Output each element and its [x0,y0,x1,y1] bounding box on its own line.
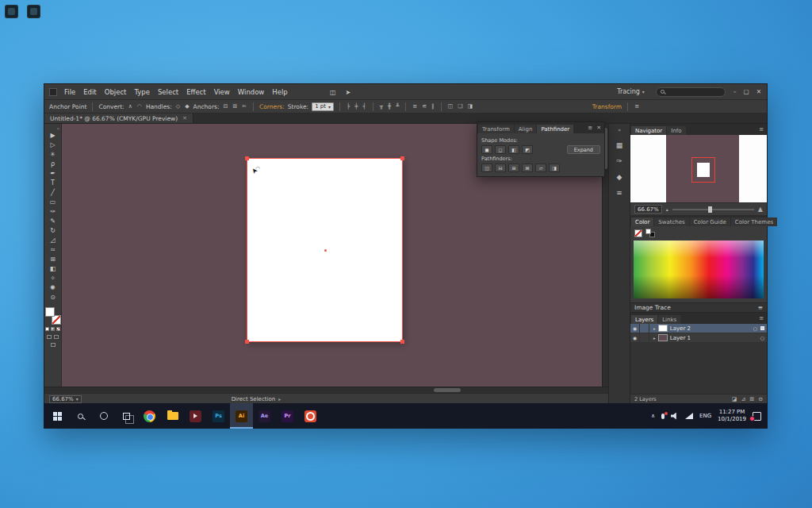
intersect-icon[interactable]: ◧ [508,145,519,154]
taskbar-search-button[interactable] [69,403,92,429]
selection-handle[interactable] [400,156,404,160]
layer-name[interactable]: Layer 1 [670,335,758,341]
cut-path-icon[interactable]: ✂ [241,103,247,110]
close-tab-icon[interactable]: ✕ [182,115,186,121]
align-top-icon[interactable]: ╥ [379,103,384,110]
width-tool[interactable]: ≈ [46,245,60,255]
distribute-left-icon[interactable]: ◫ [447,103,454,110]
app-after-effects[interactable]: Ae [253,403,276,429]
add-anchor-icon[interactable]: ⊞ [232,103,238,110]
gradient-tool[interactable]: ◧ [46,264,60,274]
close-button[interactable]: ✕ [756,88,761,95]
tray-expand-icon[interactable]: ∧ [651,413,655,419]
rotate-tool[interactable]: ↻ [46,226,60,236]
panel-menu-icon[interactable]: ≡ [634,103,640,110]
toolbar-toggle-icon[interactable]: « [56,125,59,131]
unite-icon[interactable]: ◼ [481,145,492,154]
fill-swatch[interactable] [45,307,55,317]
pencil-tool[interactable]: ✎ [46,217,60,226]
divide-icon[interactable]: ◫ [481,164,492,172]
panel-menu-icon[interactable]: ≡ [759,126,764,133]
desktop-icon[interactable] [5,5,18,18]
tab-color-themes[interactable]: Color Themes [731,217,777,226]
menu-view[interactable]: View [210,88,234,96]
visibility-eye-icon[interactable]: ◉ [630,324,640,333]
tab-pathfinder[interactable]: Pathfinder [537,125,573,133]
microphone-icon[interactable] [661,414,665,419]
expand-layer-icon[interactable]: ▸ [653,336,656,341]
network-icon[interactable] [685,413,693,419]
app-file-explorer[interactable] [161,403,184,429]
volume-icon[interactable] [671,413,679,420]
menu-edit[interactable]: Edit [79,88,100,96]
panel-menu-icon[interactable]: ≡ [588,125,592,131]
menu-help[interactable]: Help [268,88,291,96]
brushes-panel-icon[interactable]: ✑ [616,157,622,165]
make-clipping-mask-icon[interactable]: ◪ [732,396,737,402]
tab-navigator[interactable]: Navigator [631,126,666,135]
zoom-tool[interactable]: ⊙ [46,293,60,302]
horizontal-scrollbar[interactable] [44,387,608,393]
maximize-button[interactable]: ▢ [744,88,749,95]
expand-button[interactable]: Expand [567,145,600,154]
scrollbar-thumb[interactable] [434,388,461,392]
trim-icon[interactable]: ⊟ [495,164,506,172]
align-vertical-center-icon[interactable]: ╫ [387,103,392,110]
align-right-icon[interactable]: ╡ [362,103,366,110]
exclude-icon[interactable]: ◩ [522,145,533,154]
hide-handles-icon[interactable]: ◆ [184,103,190,110]
scale-tool[interactable]: ◿ [46,236,60,245]
convert-smooth-icon[interactable]: ◠ [136,103,143,110]
tab-info[interactable]: Info [667,126,685,135]
distribute-top-icon[interactable]: ≡ [412,103,418,110]
type-tool[interactable]: T [46,179,60,188]
search-input[interactable] [656,87,726,97]
tab-color-guide[interactable]: Color Guide [690,217,730,226]
layer-name[interactable]: Layer 2 [670,325,751,332]
align-bottom-icon[interactable]: ╨ [395,103,400,110]
minus-front-icon[interactable]: ◻ [495,145,506,154]
workspace-switcher[interactable]: Tracing ▾ [617,88,645,95]
app-illustrator[interactable]: Ai [230,403,253,429]
color-button[interactable] [45,327,49,331]
new-sublayer-icon[interactable]: ⊿ [741,396,745,402]
none-button[interactable] [56,327,60,331]
free-transform-tool[interactable]: ⊞ [46,255,60,264]
tab-align[interactable]: Align [515,125,537,133]
eyedropper-tool[interactable]: ✧ [46,274,60,283]
delete-layer-icon[interactable]: ⊖ [758,396,763,402]
lock-cell[interactable] [642,324,649,333]
navigator-preview[interactable] [630,135,767,203]
minimize-button[interactable]: – [733,88,737,95]
minus-back-icon[interactable]: ◨ [549,164,560,172]
gradient-button[interactable] [51,327,55,331]
zoom-slider[interactable] [672,209,754,210]
align-horizontal-center-icon[interactable]: ╪ [354,103,358,110]
align-left-icon[interactable]: ╞ [346,103,350,110]
symbols-panel-icon[interactable]: ◆ [617,173,622,181]
tab-layers[interactable]: Layers [631,315,657,324]
stroke-weight-select[interactable]: 1 pt ▾ [312,102,334,111]
pen-tool[interactable]: ✒ [46,169,60,179]
panel-menu-icon[interactable]: ≡ [759,315,764,321]
remove-anchor-icon[interactable]: ⊟ [222,103,228,110]
desktop-icon[interactable] [27,5,40,18]
distribute-horizontal-center-icon[interactable]: ❏ [457,103,463,110]
app-premiere[interactable]: Pr [276,403,299,429]
crop-icon[interactable]: ⊠ [522,164,533,172]
app-media-player[interactable] [184,403,207,429]
show-handles-icon[interactable]: ◇ [175,103,181,110]
panel-menu-icon[interactable]: ≡ [758,304,763,311]
menu-object[interactable]: Object [101,88,131,96]
navigator-viewbox[interactable] [691,157,715,183]
line-segment-tool[interactable]: ╱ [46,188,60,198]
menu-type[interactable]: Type [130,88,154,96]
merge-icon[interactable]: ⊞ [508,164,519,172]
tab-color[interactable]: Color [631,217,653,226]
navigator-zoom-value[interactable]: 66.67% [634,205,662,214]
language-indicator[interactable]: ENG [699,413,711,419]
corners-link[interactable]: Corners: [259,103,285,110]
selection-tool[interactable]: ▶ [46,131,60,140]
white-swatch[interactable] [645,229,651,234]
lock-cell[interactable] [642,333,649,342]
